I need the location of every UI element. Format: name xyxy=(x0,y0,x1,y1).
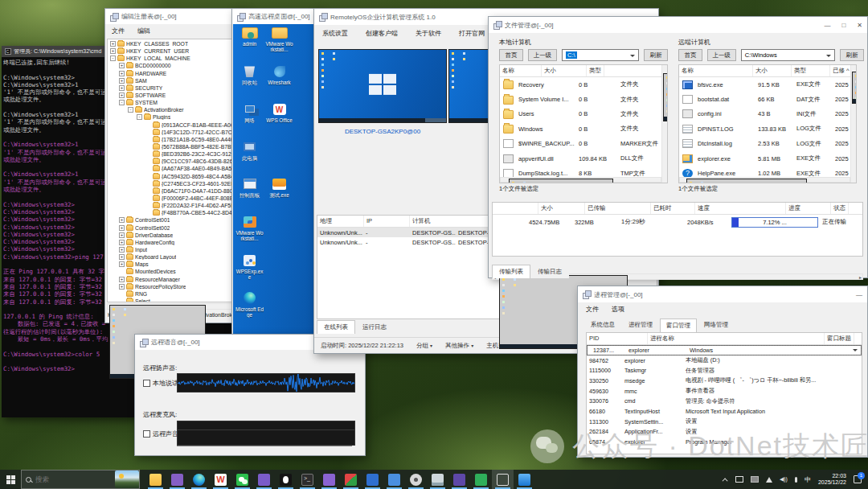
remote-desktop-icon[interactable]: VMware Workstati... xyxy=(265,26,293,52)
tree-expander-icon[interactable]: + xyxy=(119,71,125,76)
local-up-button[interactable]: 上一级 xyxy=(528,49,557,61)
registry-menu-item[interactable]: 编辑 xyxy=(137,27,150,35)
file-column-header[interactable]: 类型 xyxy=(587,65,604,76)
host-thumbnail-1[interactable] xyxy=(318,49,447,123)
remote-desktop-icon[interactable]: 回收站 xyxy=(235,64,264,85)
tree-expander-icon[interactable]: + xyxy=(119,92,125,98)
registry-menu-item[interactable]: 文件 xyxy=(112,27,125,35)
scroll-right-icon[interactable]: ▸ xyxy=(859,275,862,280)
registry-tree-node[interactable]: {9CC1CC97-48C6-43DB-8265-4B... xyxy=(108,158,244,165)
remote-desktop-icon[interactable]: 网络 xyxy=(235,102,264,123)
process-row[interactable]: 65874 explorer Program Manager xyxy=(587,437,862,447)
tree-expander-icon[interactable]: + xyxy=(119,284,125,290)
transfer-column-header[interactable]: 已耗时 xyxy=(651,203,695,214)
registry-tree-node[interactable]: + ResourceManager xyxy=(108,276,244,283)
group-menu[interactable]: 分组 ▾ xyxy=(416,342,432,350)
registry-tree-node[interactable]: {F22D2A32-F1F4-4D62-AF5E-E5... xyxy=(108,202,244,209)
host-table-column-header[interactable]: IP xyxy=(364,216,410,227)
remote-desktop-icon[interactable]: 控制面板 xyxy=(235,177,264,198)
process-column-header[interactable]: 窗口标题 xyxy=(825,333,854,344)
transfer-column-header[interactable]: 状态 xyxy=(831,203,849,214)
taskbar-icon-terminal[interactable] xyxy=(297,470,318,489)
tree-expander-icon[interactable]: + xyxy=(119,63,125,68)
taskbar-icon-edge[interactable] xyxy=(188,470,210,489)
registry-tree-node[interactable]: Select xyxy=(108,298,244,302)
file-row[interactable]: DPINST.LOG 133.83 KB LOG文件 2025 xyxy=(679,121,856,136)
taskbar-icon-violet-app[interactable] xyxy=(318,470,340,489)
notification-icon[interactable]: 1 xyxy=(854,475,862,483)
tree-expander-icon[interactable]: - xyxy=(128,107,133,113)
process-row[interactable]: 984762 explorer 本地磁盘 (D:) xyxy=(587,355,862,366)
registry-tree-node[interactable]: + HKEY_CURRENT_USER xyxy=(108,47,244,55)
file-row[interactable]: bfsvc.exe 91.5 KB EXE文件 2025 xyxy=(679,77,856,92)
registry-tree-node[interactable]: + ResourcePolicyStore xyxy=(108,283,244,290)
registry-tree-node[interactable]: + DriverDatabase xyxy=(108,232,244,239)
process-row[interactable]: 262184 ApplicationFr... 设置 xyxy=(587,427,862,438)
taskbar-icon-wps-office[interactable] xyxy=(210,470,231,489)
file-row[interactable]: System Volume I... 0 B 文件夹 xyxy=(500,92,667,106)
registry-tree-node[interactable]: + Keyboard Layout xyxy=(108,253,244,261)
remote-desktop-icon[interactable]: WPSExp.exe xyxy=(235,253,264,280)
tree-expander-icon[interactable]: + xyxy=(119,78,125,84)
remote-sound-checkbox[interactable] xyxy=(143,430,150,438)
tree-expander-icon[interactable]: + xyxy=(119,247,125,253)
registry-tree-node[interactable]: {5672B88A-BBF5-482E-B7B9-742... xyxy=(108,143,244,150)
registry-tree-node[interactable]: MountedDevices xyxy=(108,268,244,275)
remote-file-list[interactable]: 名称 大小 类型 已修 ^ bfsvc.exe 91.5 KB EXE文件 20… xyxy=(678,64,857,183)
taskbar-icon-blue-app[interactable] xyxy=(362,470,383,489)
file-row[interactable]: appverifUI.dll 109.84 KB DLL文件 xyxy=(500,151,667,166)
tree-expander-icon[interactable]: + xyxy=(110,41,116,47)
remote-path-combobox[interactable]: C:\Windows xyxy=(741,49,835,61)
remote-desktop-icon[interactable]: Microsoft Edge xyxy=(235,291,264,318)
tree-expander-icon[interactable]: - xyxy=(110,55,116,61)
main-tab[interactable]: 在线列表 xyxy=(317,320,355,334)
file-row[interactable]: config.ini 43 B INI文件 2025 xyxy=(679,107,856,121)
input-language[interactable]: 中 xyxy=(805,475,811,484)
registry-tree-node[interactable]: RNG xyxy=(108,290,244,298)
file-column-header[interactable]: 名称 xyxy=(679,65,753,76)
network-icon[interactable] xyxy=(766,477,772,483)
process-title-bar[interactable]: 进程管理@[-_00] — xyxy=(578,286,867,302)
process-row[interactable]: 12387... explorer Windows xyxy=(587,345,862,355)
tree-expander-icon[interactable]: + xyxy=(110,48,116,54)
process-row[interactable]: 1115000 Taskmgr 任务管理器 xyxy=(587,365,862,376)
registry-tree-node[interactable]: {D6AC71F0-D4A7-41DD-88C4-E... xyxy=(108,187,244,195)
maximize-button[interactable]: □ xyxy=(841,22,845,29)
remote-desktop-icon[interactable]: WPS Office xyxy=(265,102,293,123)
file-row[interactable]: Recovery 0 B 文件夹 xyxy=(500,77,667,92)
local-home-button[interactable]: 首页 xyxy=(499,49,523,61)
transfer-column-header[interactable]: 进度 xyxy=(786,203,831,214)
taskbar-icon-task-view[interactable] xyxy=(492,470,514,489)
registry-tree-node[interactable]: {F48B770A-CBE5-44C2-8D4F-93... xyxy=(108,209,244,216)
taskbar-icon-qq[interactable] xyxy=(275,470,297,489)
registry-tree[interactable]: + HKEY_CLASSES_ROOT + HKEY_CURRENT_USER … xyxy=(107,39,245,302)
registry-tree-node[interactable]: + SECURITY xyxy=(108,84,244,92)
process-tab[interactable]: 系统信息 xyxy=(584,318,621,331)
process-column-header[interactable]: 进程名称 xyxy=(648,333,825,344)
registry-title-bar[interactable]: 编辑注册表@[-_00] xyxy=(105,9,247,24)
remote-desktop-title-bar[interactable]: 高速远程桌面@[-_00] xyxy=(232,9,321,24)
registry-tree-node[interactable]: + HKEY_CLASSES_ROOT xyxy=(108,40,244,47)
transfer-column-header[interactable]: 速度 xyxy=(695,203,786,214)
process-row[interactable]: 330076 cmd 管理员: 命令提示符 xyxy=(587,396,862,406)
registry-tree-node[interactable]: + Maps xyxy=(108,261,244,268)
registry-tree-node[interactable]: + ControlSet001 xyxy=(108,216,244,224)
remote-desktop-icon[interactable]: 此电脑 xyxy=(235,140,264,161)
registry-tree-node[interactable]: {AA67AF38-4AE0-4B49-BA56-AD... xyxy=(108,165,244,172)
transfer-tab[interactable]: 传输列表 xyxy=(492,265,530,278)
window-table[interactable]: PID进程名称窗口标题 12387... explorer Windows 98… xyxy=(586,332,862,454)
file-row[interactable]: bootstat.dat 66 KB DAT文件 2025 xyxy=(679,92,856,106)
file-row[interactable]: Users 0 B 文件夹 xyxy=(500,107,667,121)
transfer-column-header[interactable] xyxy=(493,203,538,214)
local-talk-checkbox[interactable] xyxy=(143,380,150,387)
registry-tree-node[interactable]: - HKEY_LOCAL_MACHINE xyxy=(108,55,244,62)
host-table-column-header[interactable]: 地理 xyxy=(317,216,364,227)
transfer-tab[interactable]: 传输日志 xyxy=(530,265,569,278)
minimize-button[interactable]: — xyxy=(824,22,830,29)
local-list-hscrollbar[interactable] xyxy=(500,177,661,183)
taskbar-icon-photos[interactable] xyxy=(514,470,535,489)
process-menu-item[interactable]: 文件 xyxy=(586,305,599,314)
tree-expander-icon[interactable]: + xyxy=(119,240,125,245)
taskbar-icon-green-app[interactable] xyxy=(470,470,492,489)
main-menu-item[interactable]: 打开官网 xyxy=(459,29,485,38)
